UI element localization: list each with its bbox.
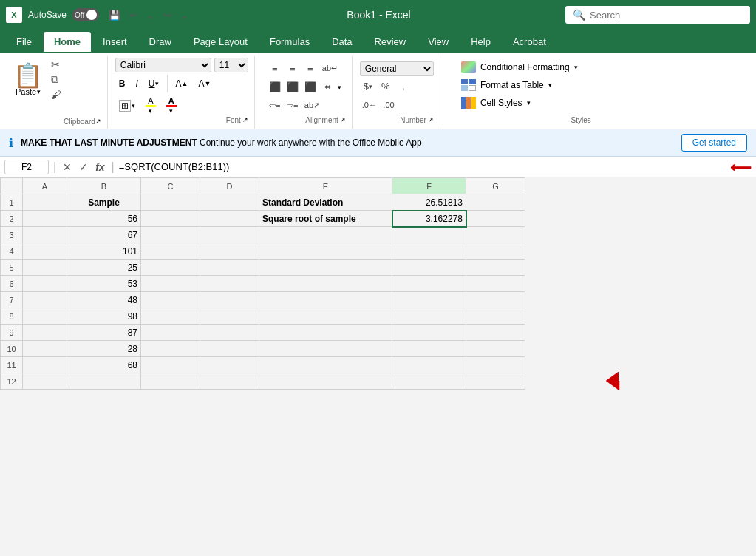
cell-b9[interactable]: 87 [67, 325, 141, 341]
tab-review[interactable]: Review [364, 32, 417, 52]
undo-dropdown[interactable]: ⌄ [143, 8, 158, 22]
decrease-indent-button[interactable]: ⇦≡ [267, 98, 283, 114]
cell-styles-button[interactable]: Cell Styles ▾ [455, 95, 584, 111]
cell-f11[interactable] [392, 357, 466, 373]
underline-button[interactable]: U ▾ [145, 77, 163, 90]
cell-a2[interactable] [23, 211, 67, 227]
tab-formulas[interactable]: Formulas [259, 32, 320, 52]
cell-d6[interactable] [200, 276, 259, 292]
comma-button[interactable]: , [395, 78, 412, 95]
tab-data[interactable]: Data [321, 32, 362, 52]
tab-help[interactable]: Help [460, 32, 501, 52]
col-header-e[interactable]: E [259, 178, 392, 194]
row-num-2[interactable]: 2 [1, 211, 23, 227]
cell-c1[interactable] [141, 194, 200, 211]
cell-f1[interactable]: 26.51813 [392, 194, 466, 211]
format-as-table-button[interactable]: Format as Table ▾ [455, 77, 584, 93]
cell-c5[interactable] [141, 260, 200, 276]
cell-e10[interactable] [259, 341, 392, 357]
italic-button[interactable]: I [132, 77, 141, 90]
save-button[interactable]: 💾 [105, 8, 124, 22]
number-expand-icon[interactable]: ↗ [428, 116, 434, 126]
cell-c2[interactable] [141, 211, 200, 227]
increase-decimal-button[interactable]: .00 [381, 97, 397, 113]
cancel-formula-button[interactable]: ✕ [61, 160, 74, 174]
cell-c4[interactable] [141, 243, 200, 260]
row-num-3[interactable]: 3 [1, 227, 23, 243]
cell-g2[interactable] [466, 211, 525, 227]
cell-reference-box[interactable] [4, 160, 49, 174]
row-num-10[interactable]: 10 [1, 341, 23, 357]
font-size-select[interactable]: 11 [214, 58, 248, 72]
col-header-b[interactable]: B [67, 178, 141, 194]
cell-g10[interactable] [466, 341, 525, 357]
cell-d11[interactable] [200, 357, 259, 373]
decrease-decimal-button[interactable]: .0← [360, 97, 379, 113]
cell-c3[interactable] [141, 227, 200, 243]
redo-button[interactable]: ↪ [160, 8, 175, 22]
align-top-button[interactable]: ≡ [267, 61, 283, 77]
alignment-expand-icon[interactable]: ↗ [340, 116, 346, 126]
row-num-5[interactable]: 5 [1, 260, 23, 276]
cell-c6[interactable] [141, 276, 200, 292]
align-bottom-button[interactable]: ≡ [302, 61, 319, 77]
cell-d1[interactable] [200, 194, 259, 211]
cell-b12[interactable] [67, 373, 141, 390]
tab-page-layout[interactable]: Page Layout [183, 32, 258, 52]
cell-f9[interactable] [392, 325, 466, 341]
cell-e2[interactable]: Square root of sample [259, 211, 392, 227]
col-header-c[interactable]: C [141, 178, 200, 194]
row-num-12[interactable]: 12 [1, 373, 23, 390]
formula-input[interactable] [119, 161, 720, 172]
increase-indent-button[interactable]: ⇨≡ [285, 98, 301, 114]
cell-f10[interactable] [392, 341, 466, 357]
tab-insert[interactable]: Insert [92, 32, 137, 52]
row-num-4[interactable]: 4 [1, 243, 23, 260]
cell-d4[interactable] [200, 243, 259, 260]
undo-button[interactable]: ↩ [126, 8, 141, 22]
copy-button[interactable]: ⧉ [49, 72, 64, 87]
fill-color-button[interactable]: A ▾ [142, 95, 160, 116]
cell-a8[interactable] [23, 308, 67, 325]
font-name-select[interactable]: Calibri [115, 58, 211, 72]
cell-g11[interactable] [466, 357, 525, 373]
tab-file[interactable]: File [6, 32, 42, 52]
cell-g1[interactable] [466, 194, 525, 211]
tab-home[interactable]: Home [44, 32, 91, 52]
cell-e1[interactable]: Standard Deviation [259, 194, 392, 211]
conditional-formatting-dropdown[interactable]: ▾ [574, 64, 578, 71]
cell-g6[interactable] [466, 276, 525, 292]
search-input[interactable] [590, 10, 738, 21]
cut-button[interactable]: ✂ [49, 58, 64, 71]
borders-button[interactable]: ⊞▾ [115, 98, 139, 113]
font-color-button[interactable]: A ▾ [163, 95, 180, 116]
cell-d2[interactable] [200, 211, 259, 227]
cell-g4[interactable] [466, 243, 525, 260]
col-header-d[interactable]: D [200, 178, 259, 194]
tab-draw[interactable]: Draw [139, 32, 182, 52]
confirm-formula-button[interactable]: ✓ [77, 160, 90, 174]
row-num-7[interactable]: 7 [1, 292, 23, 308]
cell-b5[interactable]: 25 [67, 260, 141, 276]
cell-a9[interactable] [23, 325, 67, 341]
cell-b2[interactable]: 56 [67, 211, 141, 227]
cell-e8[interactable] [259, 308, 392, 325]
tab-view[interactable]: View [418, 32, 459, 52]
number-format-select[interactable]: General [360, 61, 434, 76]
cell-d12[interactable] [200, 373, 259, 390]
percent-button[interactable]: % [378, 78, 394, 95]
cell-a4[interactable] [23, 243, 67, 260]
customize-quick-access[interactable]: ⌄ [177, 8, 192, 22]
search-box[interactable]: 🔍 [565, 6, 750, 24]
cell-e5[interactable] [259, 260, 392, 276]
cell-e6[interactable] [259, 276, 392, 292]
cell-e11[interactable] [259, 357, 392, 373]
cell-f5[interactable] [392, 260, 466, 276]
align-middle-button[interactable]: ≡ [285, 61, 301, 77]
cell-g3[interactable] [466, 227, 525, 243]
decrease-font-button[interactable]: A▼ [194, 77, 214, 90]
accounting-button[interactable]: $▾ [360, 78, 376, 95]
cell-d7[interactable] [200, 292, 259, 308]
orientation-button[interactable]: ab↗ [302, 98, 322, 114]
cell-styles-dropdown[interactable]: ▾ [527, 99, 531, 106]
